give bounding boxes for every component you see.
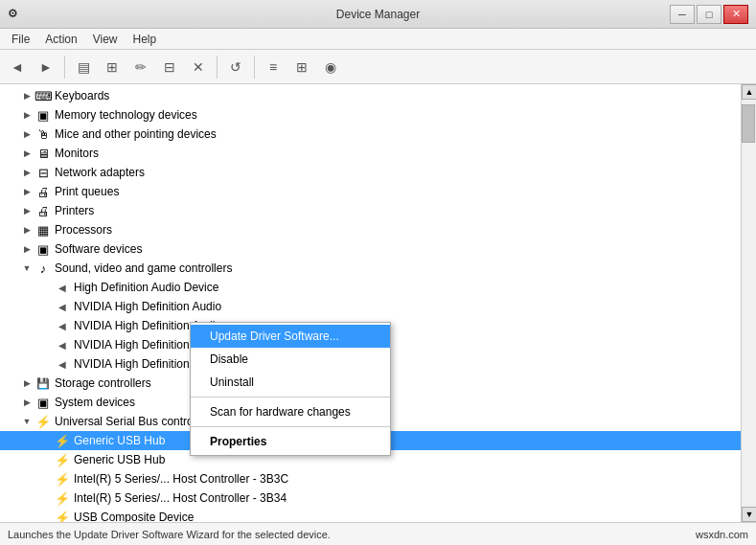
printer-icon: 🖨 — [34, 202, 52, 219]
speaker-icon: ◀ — [54, 355, 71, 373]
tree-item-sound[interactable]: ▼ ♪ Sound, video and game controllers — [0, 259, 741, 278]
memory-icon: ▣ — [34, 106, 52, 124]
item-label: Software devices — [55, 242, 142, 256]
context-menu-scan[interactable]: Scan for hardware changes — [191, 400, 390, 423]
tree-item-network[interactable]: ▶ ⊟ Network adapters — [0, 163, 741, 182]
scan-button[interactable]: ↺ — [222, 54, 249, 80]
separator-3 — [254, 56, 255, 79]
uninstall-button[interactable]: ✕ — [185, 54, 212, 80]
expand-icon — [38, 318, 54, 333]
tree-item-software[interactable]: ▶ ▣ Software devices — [0, 239, 741, 259]
status-bar: Launches the Update Driver Software Wiza… — [0, 522, 756, 545]
tree-item-memory[interactable]: ▶ ▣ Memory technology devices — [0, 105, 741, 125]
scrollbar[interactable]: ▲ ▼ — [741, 84, 756, 522]
properties-button[interactable]: ▤ — [70, 54, 97, 80]
expand-icon: ▶ — [19, 203, 34, 218]
menu-view[interactable]: View — [85, 31, 126, 48]
menu-help[interactable]: Help — [126, 31, 165, 48]
software-icon: ▣ — [34, 240, 52, 258]
context-menu-update-driver[interactable]: Update Driver Software... — [191, 325, 390, 348]
menu-action[interactable]: Action — [37, 31, 84, 48]
expand-icon: ▶ — [19, 107, 34, 123]
app-icon: ⚙ — [8, 7, 23, 22]
window-title: Device Manager — [336, 8, 420, 21]
expand-icon: ▶ — [19, 222, 34, 238]
scroll-up-button[interactable]: ▲ — [742, 84, 756, 100]
show-by-type[interactable]: ≡ — [260, 54, 286, 80]
speaker-icon: ◀ — [54, 279, 71, 296]
tree-item-monitors[interactable]: ▶ 🖥 Monitors — [0, 144, 741, 163]
keyboard-icon: ⌨ — [34, 87, 52, 104]
tree-item-intel1[interactable]: ⚡ Intel(R) 5 Series/... Host Controller … — [0, 469, 741, 488]
usb-hub-icon: ⚡ — [54, 451, 71, 468]
sound-icon: ♪ — [34, 260, 52, 277]
tree-item-printqueues[interactable]: ▶ 🖨 Print queues — [0, 182, 741, 201]
expand-icon — [38, 337, 54, 352]
scroll-down-button[interactable]: ▼ — [742, 507, 756, 522]
expand-icon — [38, 452, 54, 467]
expand-icon — [38, 356, 54, 372]
network-icon: ⊟ — [34, 164, 52, 181]
tree-item-mice[interactable]: ▶ 🖱 Mice and other pointing devices — [0, 125, 741, 144]
item-label: Intel(R) 5 Series/... Host Controller - … — [74, 491, 286, 505]
tree-item-nvidia1[interactable]: ◀ NVIDIA High Definition Audio — [0, 297, 741, 316]
back-button[interactable]: ◄ — [4, 54, 31, 80]
mice-icon: 🖱 — [34, 125, 52, 143]
item-label: Generic USB Hub — [74, 453, 165, 466]
tree-item-printers[interactable]: ▶ 🖨 Printers — [0, 201, 741, 220]
item-label: Intel(R) 5 Series/... Host Controller - … — [74, 472, 288, 486]
expand-icon: ▶ — [19, 126, 34, 142]
window-controls: ─ □ ✕ — [670, 5, 748, 24]
scroll-thumb[interactable] — [742, 104, 755, 143]
system-icon: ▣ — [34, 394, 52, 411]
separator-1 — [64, 56, 65, 79]
expand-icon — [38, 299, 54, 314]
disable-button[interactable]: ⊟ — [156, 54, 183, 80]
maximize-button[interactable]: □ — [697, 5, 722, 24]
item-label: Mice and other pointing devices — [55, 127, 217, 141]
minimize-button[interactable]: ─ — [670, 5, 695, 24]
close-button[interactable]: ✕ — [723, 5, 748, 24]
tree-item-usb-composite[interactable]: ⚡ USB Composite Device — [0, 508, 741, 522]
tree-item-hd-audio[interactable]: ◀ High Definition Audio Device — [0, 278, 741, 297]
expand-icon — [38, 433, 54, 448]
usb-icon: ⚡ — [54, 489, 71, 507]
expand-icon: ▶ — [19, 184, 34, 199]
scroll-track[interactable] — [742, 100, 756, 507]
monitor-icon: 🖥 — [34, 145, 52, 162]
forward-button[interactable]: ► — [33, 54, 59, 80]
item-label: High Definition Audio Device — [74, 281, 218, 294]
device-tree[interactable]: ▶ ⌨ Keyboards ▶ ▣ Memory technology devi… — [0, 84, 741, 522]
processor-icon: ▦ — [34, 221, 52, 238]
item-label: Print queues — [55, 185, 119, 198]
item-label: Network adapters — [55, 166, 145, 179]
title-bar: ⚙ Device Manager ─ □ ✕ — [0, 0, 756, 29]
item-label: USB Composite Device — [74, 511, 194, 522]
item-label: Generic USB Hub — [74, 434, 165, 447]
tree-item-intel2[interactable]: ⚡ Intel(R) 5 Series/... Host Controller … — [0, 488, 741, 508]
context-menu-uninstall[interactable]: Uninstall — [191, 371, 390, 394]
context-menu-disable[interactable]: Disable — [191, 348, 390, 371]
usb-icon: ⚡ — [34, 413, 52, 430]
storage-icon: 💾 — [34, 375, 52, 392]
context-menu-properties[interactable]: Properties — [191, 430, 390, 453]
expand-icon — [38, 490, 54, 506]
item-label: Printers — [55, 204, 94, 217]
expand-icon: ▼ — [19, 414, 34, 429]
update-driver-button[interactable]: ⊞ — [99, 54, 126, 80]
expand-icon: ▼ — [19, 261, 34, 276]
show-resources[interactable]: ◉ — [317, 54, 344, 80]
context-menu: Update Driver Software... Disable Uninst… — [190, 322, 391, 456]
menu-file[interactable]: File — [4, 31, 37, 48]
usb-icon: ⚡ — [54, 470, 71, 488]
menu-bar: File Action View Help — [0, 29, 756, 50]
tree-item-keyboards[interactable]: ▶ ⌨ Keyboards — [0, 86, 741, 105]
expand-icon: ▶ — [19, 88, 34, 103]
context-menu-separator-2 — [191, 426, 390, 427]
status-right: wsxdn.com — [696, 529, 748, 540]
item-label: Monitors — [55, 147, 99, 160]
tree-item-processors[interactable]: ▶ ▦ Processors — [0, 220, 741, 239]
show-by-connection[interactable]: ⊞ — [288, 54, 315, 80]
expand-icon: ▶ — [19, 146, 34, 161]
enable-button[interactable]: ✏ — [127, 54, 154, 80]
